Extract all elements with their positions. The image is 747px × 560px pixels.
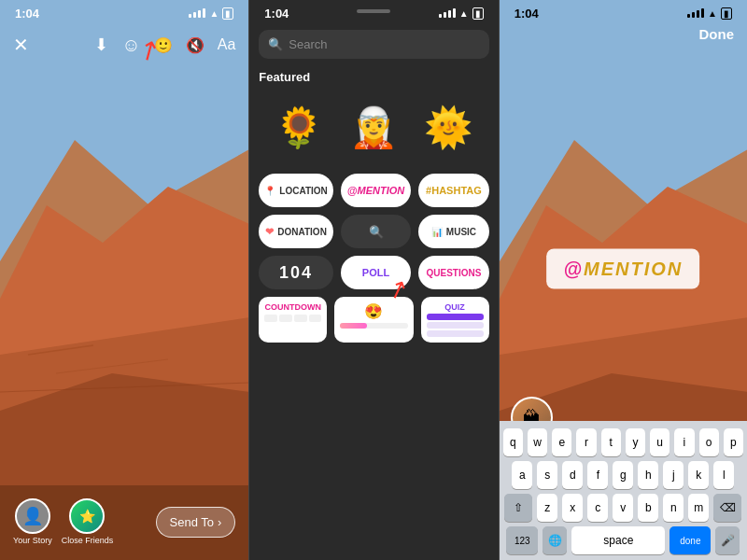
mention-sticker[interactable]: @MENTION — [341, 174, 411, 207]
key-d[interactable]: d — [562, 461, 583, 489]
featured-sticker-1[interactable]: 🌻 — [265, 93, 332, 161]
status-time-3: 1:04 — [514, 7, 539, 21]
key-y[interactable]: y — [626, 428, 645, 456]
wifi-icon: ▲ — [209, 8, 218, 19]
mention-sticker-overlay[interactable]: @ MENTION — [546, 249, 699, 289]
featured-stickers-row: 🌻 🧝 🌞 — [259, 93, 488, 161]
status-bar-1: 1:04 ▲ ▮ — [0, 0, 248, 26]
countdown-label: COUNTDOWN — [265, 302, 322, 312]
countdown-bars — [264, 315, 321, 322]
countdown-bar-4 — [309, 315, 322, 322]
panel1-background — [0, 0, 248, 560]
sticker-grid: 📍 LOCATION @MENTION #HASHTAG ❤ DONATION … — [259, 174, 488, 289]
key-f[interactable]: f — [587, 461, 608, 489]
key-l[interactable]: l — [713, 461, 734, 489]
location-sticker[interactable]: 📍 LOCATION — [259, 174, 332, 207]
quiz-label: QUIZ — [427, 302, 484, 312]
status-icons-2: ▲ ▮ — [439, 7, 484, 20]
space-key[interactable]: space — [571, 526, 665, 554]
key-q[interactable]: q — [503, 428, 523, 456]
key-h[interactable]: h — [638, 461, 658, 489]
questions-label: QUESTIONS — [426, 268, 481, 278]
key-v[interactable]: v — [613, 494, 633, 522]
quiz-option-2 — [427, 322, 484, 329]
countdown-bar-1 — [264, 315, 277, 322]
panel3-done-area: Done — [699, 26, 735, 43]
numbers-key[interactable]: 123 — [506, 526, 538, 554]
questions-sticker[interactable]: QUESTIONS — [418, 256, 488, 289]
key-b[interactable]: b — [638, 494, 658, 522]
emoji-slider-fill — [340, 323, 367, 329]
key-k[interactable]: k — [688, 461, 709, 489]
donation-sticker[interactable]: ❤ DONATION — [259, 215, 332, 248]
emoji-key[interactable]: 🌐 — [543, 526, 567, 554]
donation-label: DONATION — [277, 227, 327, 237]
key-x[interactable]: x — [562, 494, 583, 522]
close-icon[interactable]: ✕ — [13, 34, 29, 56]
key-u[interactable]: u — [650, 428, 669, 456]
send-to-button[interactable]: Send To › — [156, 507, 236, 538]
panel-2: 1:04 ▲ ▮ 🔍 Search Featured 🌻 🧝 🌞 — [249, 0, 498, 560]
key-p[interactable]: p — [724, 428, 743, 456]
hashtag-sticker[interactable]: #HASHTAG — [418, 174, 488, 207]
key-m[interactable]: m — [688, 494, 709, 522]
battery-icon-3: ▮ — [721, 7, 732, 20]
search-bar[interactable]: 🔍 Search — [259, 30, 488, 59]
key-z[interactable]: z — [537, 494, 557, 522]
close-friends-avatar[interactable]: ⭐ — [69, 498, 105, 534]
quiz-sticker[interactable]: QUIZ — [421, 297, 489, 343]
key-i[interactable]: i — [674, 428, 694, 456]
music-sticker[interactable]: 📊 MUSIC — [418, 215, 488, 248]
panel-1: 1:04 ▲ ▮ ✕ ⬇ ☺ 🙂 🔇 Aa ↗ 👤 Your Story — [0, 0, 248, 560]
key-r[interactable]: r — [576, 428, 596, 456]
return-key[interactable]: done — [669, 526, 711, 554]
wifi-icon-3: ▲ — [708, 8, 717, 19]
countdown-bar-2 — [279, 315, 292, 322]
key-e[interactable]: e — [552, 428, 571, 456]
your-story-avatar[interactable]: 👤 — [15, 498, 50, 534]
emoji-slider-icon: 😍 — [364, 302, 383, 320]
search-placeholder: Search — [289, 37, 327, 51]
download-icon[interactable]: ⬇ — [94, 35, 108, 55]
key-c[interactable]: c — [587, 494, 608, 522]
featured-sticker-2[interactable]: 🧝 — [340, 93, 407, 161]
close-friends-group: ⭐ Close Friends — [62, 498, 114, 545]
key-o[interactable]: o — [699, 428, 719, 456]
countdown-bar-3 — [294, 315, 307, 322]
quiz-option-1 — [427, 314, 484, 320]
search-icon: 🔍 — [268, 37, 283, 51]
send-chevron: › — [218, 515, 221, 529]
shift-key[interactable]: ⇧ — [504, 494, 532, 522]
keyboard-row-2: a s d f g h j k l — [503, 461, 743, 489]
status-icons-1: ▲ ▮ — [189, 7, 233, 20]
featured-sticker-3[interactable]: 🌞 — [415, 93, 482, 161]
backspace-key[interactable]: ⌫ — [713, 494, 741, 522]
location-label: LOCATION — [279, 186, 327, 196]
key-g[interactable]: g — [613, 461, 633, 489]
sticker-picker: 🔍 Search Featured 🌻 🧝 🌞 📍 LOCATION @MENT… — [249, 21, 498, 560]
music-label: MUSIC — [446, 227, 476, 237]
audio-icon[interactable]: 🔇 — [186, 36, 204, 54]
search-sticker[interactable]: 🔍 — [341, 215, 411, 248]
keyboard-row-1: q w e r t y u i o p — [503, 428, 743, 456]
done-button[interactable]: Done — [699, 26, 735, 42]
text-tool[interactable]: Aa — [218, 36, 236, 53]
hashtag-label: #HASHTAG — [426, 185, 482, 196]
mic-key[interactable]: 🎤 — [715, 526, 740, 554]
key-s[interactable]: s — [537, 461, 557, 489]
countdown-sticker[interactable]: COUNTDOWN — [259, 297, 327, 343]
signal-icon-2 — [439, 8, 456, 18]
counter-sticker[interactable]: 104 — [259, 256, 332, 289]
emoji-slider-bar — [340, 323, 407, 329]
key-n[interactable]: n — [663, 494, 684, 522]
key-t[interactable]: t — [601, 428, 621, 456]
music-icon: 📊 — [431, 227, 443, 237]
key-a[interactable]: a — [512, 461, 532, 489]
panel1-toolbar: ✕ ⬇ ☺ 🙂 🔇 Aa — [0, 26, 248, 63]
quiz-option-3 — [427, 330, 484, 337]
status-time-1: 1:04 — [15, 7, 39, 21]
key-w[interactable]: w — [528, 428, 547, 456]
key-j[interactable]: j — [663, 461, 684, 489]
your-story-label: Your Story — [13, 536, 52, 545]
counter-label: 104 — [279, 263, 313, 283]
